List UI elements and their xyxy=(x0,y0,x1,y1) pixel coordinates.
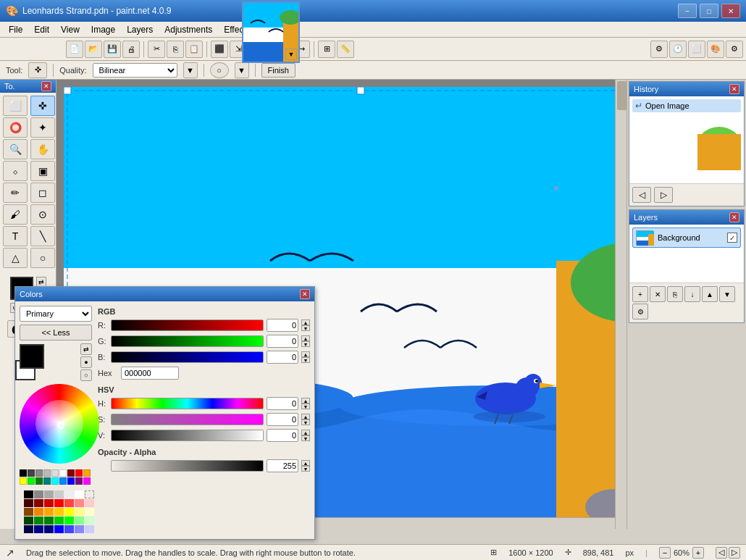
swatch-cell[interactable] xyxy=(75,508,84,516)
alpha-spin-up[interactable]: ▲ xyxy=(301,460,310,466)
scrollbar-thumb-v[interactable] xyxy=(617,81,626,110)
color-wheel-container[interactable] xyxy=(20,384,99,464)
delete-layer-btn[interactable]: ✕ xyxy=(650,286,666,302)
palette-cell[interactable] xyxy=(83,477,91,485)
finish-button[interactable]: Finish xyxy=(261,63,296,78)
swatch-cell[interactable] xyxy=(54,517,64,525)
palette-cell[interactable] xyxy=(75,477,83,485)
swatch-cell[interactable] xyxy=(85,499,94,507)
swatch-cell[interactable] xyxy=(85,508,94,516)
menu-file[interactable]: File xyxy=(3,23,28,36)
crop-button[interactable]: ⬛ xyxy=(211,41,228,58)
palette-cell[interactable] xyxy=(20,469,27,477)
swatch-cell[interactable] xyxy=(44,508,54,516)
tool-move[interactable]: ✜ xyxy=(30,96,55,116)
swatch-cell[interactable] xyxy=(64,508,74,516)
v-input[interactable]: 0 xyxy=(267,429,298,442)
add-layer-btn[interactable]: + xyxy=(632,286,648,302)
r-slider[interactable] xyxy=(111,319,264,331)
tool-pan[interactable]: ✋ xyxy=(30,139,55,159)
tool-clone[interactable]: ⊙ xyxy=(30,204,55,225)
move-layer-down-btn[interactable]: ▼ xyxy=(719,286,735,302)
hex-input[interactable]: 000000 xyxy=(121,367,179,380)
palette-cell[interactable] xyxy=(35,469,43,477)
palette-cell[interactable] xyxy=(20,477,27,485)
palette-cell[interactable] xyxy=(43,477,51,485)
b-spin-up[interactable]: ▲ xyxy=(301,351,310,357)
history-nav-btn[interactable]: 🕐 xyxy=(669,41,687,58)
toolbox-close[interactable]: ✕ xyxy=(41,81,51,91)
swatch-cell[interactable] xyxy=(85,525,94,533)
open-button[interactable]: 📂 xyxy=(85,41,102,58)
palette-cell[interactable] xyxy=(83,469,91,477)
g-slider[interactable] xyxy=(111,335,264,347)
swatch-cell[interactable] xyxy=(24,499,33,507)
palette-cell[interactable] xyxy=(59,477,67,485)
print-button[interactable]: 🖨 xyxy=(122,41,140,58)
h-slider[interactable] xyxy=(111,398,264,409)
close-button[interactable]: ✕ xyxy=(721,4,740,18)
h-spin-down[interactable]: ▼ xyxy=(301,404,310,409)
swatch-cell[interactable] xyxy=(44,490,54,498)
view-btn1[interactable]: ⬜ xyxy=(688,41,705,58)
palette-cell[interactable] xyxy=(35,477,43,485)
primary-color-swatch[interactable] xyxy=(20,344,44,369)
palette-cell[interactable] xyxy=(67,469,75,477)
tool-paint-bucket[interactable]: ⬦ xyxy=(3,161,28,181)
swatch-cell[interactable] xyxy=(54,525,64,533)
vertical-scrollbar[interactable] xyxy=(615,80,626,529)
view-btn2[interactable]: 🎨 xyxy=(707,41,724,58)
palette-cell[interactable] xyxy=(59,469,67,477)
g-spin-up[interactable]: ▲ xyxy=(301,335,310,341)
layer-properties-btn[interactable]: ⚙ xyxy=(632,304,648,319)
maximize-button[interactable]: □ xyxy=(700,4,718,18)
swap-colors-btn[interactable]: ⇄ xyxy=(36,277,46,287)
save-button[interactable]: 💾 xyxy=(104,41,121,58)
palette-cell[interactable] xyxy=(28,477,35,485)
copy-button[interactable]: ⎘ xyxy=(167,41,184,58)
zoom-out-btn[interactable]: − xyxy=(659,547,671,559)
mode-dropdown[interactable]: ▼ xyxy=(235,62,249,78)
swatch-cell[interactable] xyxy=(44,499,54,507)
palette-cell[interactable] xyxy=(75,469,83,477)
tool-gradient[interactable]: ▣ xyxy=(30,161,55,181)
zoom-in-btn[interactable]: + xyxy=(692,547,704,559)
palette-cell[interactable] xyxy=(51,477,59,485)
tool-lasso[interactable]: ⭕ xyxy=(3,117,28,138)
grid-button[interactable]: ⊞ xyxy=(318,41,335,58)
tool-pencil[interactable]: ✏ xyxy=(3,183,28,203)
tool-shapes[interactable]: △ xyxy=(3,248,28,268)
cut-button[interactable]: ✂ xyxy=(148,41,165,58)
color-wheel[interactable] xyxy=(20,384,99,464)
b-spin-down[interactable]: ▼ xyxy=(301,357,310,363)
alpha-input[interactable]: 255 xyxy=(267,459,298,472)
menu-edit[interactable]: Edit xyxy=(28,23,55,36)
swatch-cell[interactable] xyxy=(44,525,54,533)
tool-line[interactable]: ╲ xyxy=(30,226,55,246)
history-undo-btn[interactable]: ◁ xyxy=(632,187,651,203)
g-input[interactable]: 0 xyxy=(267,335,298,348)
swatch-cell[interactable] xyxy=(44,517,54,525)
new-button[interactable]: 📄 xyxy=(66,41,83,58)
v-slider[interactable] xyxy=(111,430,264,441)
s-spin-up[interactable]: ▲ xyxy=(301,414,310,419)
reset-to-black-btn[interactable]: ● xyxy=(80,356,92,368)
s-input[interactable]: 0 xyxy=(267,413,298,426)
menu-adjustments[interactable]: Adjustments xyxy=(159,23,218,36)
swatch-cell[interactable] xyxy=(64,525,74,533)
tool-eraser[interactable]: ◻ xyxy=(30,183,55,203)
history-item[interactable]: ↵ Open Image xyxy=(632,99,741,112)
quality-select[interactable]: Bilinear Nearest Neighbor Bicubic xyxy=(93,63,177,78)
color-wheel-cursor[interactable] xyxy=(57,422,64,429)
layer-visibility-checkbox[interactable]: ✓ xyxy=(727,233,737,243)
v-spin-down[interactable]: ▼ xyxy=(301,435,310,441)
duplicate-layer-btn[interactable]: ⎘ xyxy=(667,286,683,302)
colors-close-btn[interactable]: ✕ xyxy=(300,289,310,299)
b-slider[interactable] xyxy=(111,351,264,363)
tool-zoom[interactable]: 🔍 xyxy=(3,139,28,159)
circle-selector[interactable]: ○ xyxy=(210,62,229,78)
ruler-button[interactable]: 📏 xyxy=(337,41,354,58)
nav-prev-btn[interactable]: ◁ xyxy=(716,547,727,559)
h-spin-up[interactable]: ▲ xyxy=(301,398,310,404)
swatch-cell[interactable] xyxy=(24,490,33,498)
